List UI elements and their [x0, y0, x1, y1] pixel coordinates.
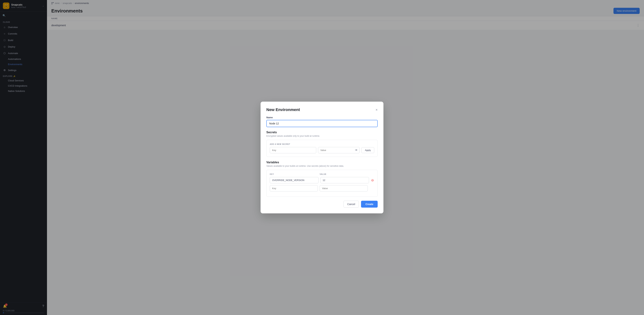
variables-section-desc: Values available to your builds at runti…	[266, 165, 378, 167]
modal-title: New Environment	[266, 107, 300, 112]
toggle-visibility-icon[interactable]: 👁	[355, 149, 358, 152]
var-value-input-1[interactable]	[320, 177, 369, 183]
var-key-input-1[interactable]	[270, 177, 318, 183]
secret-value-wrap: 👁	[318, 147, 360, 153]
name-label: Name	[266, 116, 378, 119]
add-secret-label: ADD A NEW SECRET	[270, 143, 374, 145]
remove-variable-button-1[interactable]: ⊖	[371, 179, 374, 182]
environment-name-input[interactable]	[266, 120, 378, 127]
variable-row-1: ⊖	[270, 177, 374, 183]
variables-section-title: Variables	[266, 161, 378, 164]
secrets-section-title: Secrets	[266, 131, 378, 134]
variable-row-2	[270, 185, 374, 191]
create-button[interactable]: Create	[361, 201, 378, 208]
modal-footer: Cancel Create	[266, 201, 378, 208]
cancel-button[interactable]: Cancel	[344, 201, 359, 208]
new-environment-modal: New Environment × Name Secrets Encrypted…	[260, 102, 384, 213]
secrets-row: 👁 Apply	[270, 147, 374, 153]
var-header-row: KEY VALUE	[270, 173, 374, 175]
variables-box: KEY VALUE ⊖	[266, 170, 378, 197]
apply-secret-button[interactable]: Apply	[362, 147, 374, 153]
secrets-box: ADD A NEW SECRET 👁 Apply	[266, 140, 378, 157]
secrets-section-desc: Encrypted values available only to your …	[266, 135, 378, 137]
modal-overlay[interactable]: New Environment × Name Secrets Encrypted…	[0, 0, 644, 315]
secret-key-input[interactable]	[270, 147, 316, 153]
var-key-input-2[interactable]	[270, 185, 318, 191]
modal-header: New Environment ×	[266, 107, 378, 112]
value-col-label: VALUE	[320, 173, 368, 175]
modal-close-button[interactable]: ×	[376, 108, 378, 112]
var-value-input-2[interactable]	[320, 185, 368, 191]
secret-value-input[interactable]	[318, 147, 360, 153]
key-col-label: KEY	[270, 173, 318, 175]
